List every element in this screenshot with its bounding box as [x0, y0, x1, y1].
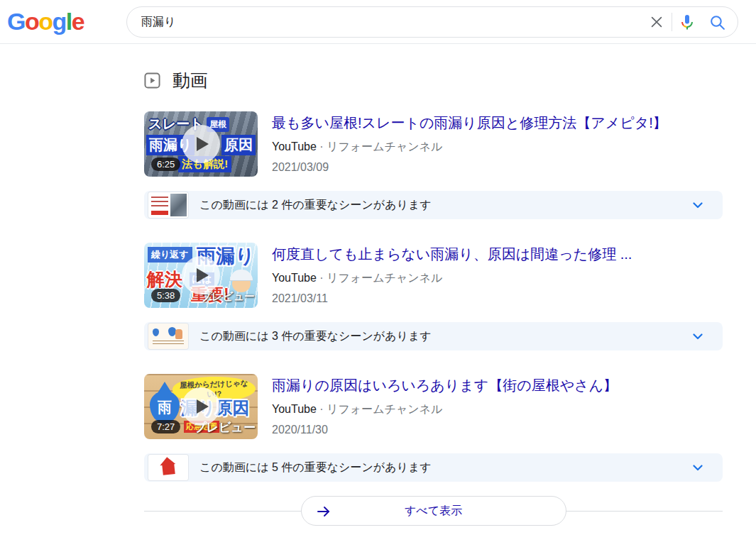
- channel-name: リフォームチャンネル: [327, 272, 442, 284]
- video-date: 2021/03/11: [272, 292, 632, 305]
- video-info: 最も多い屋根!スレートの雨漏り原因と修理方法【アメピタ!】 YouTube · …: [272, 111, 667, 177]
- video-source: YouTube · リフォームチャンネル: [272, 140, 667, 155]
- source-separator: ·: [317, 140, 327, 153]
- show-all-button[interactable]: すべて表示: [301, 496, 566, 526]
- results-area: 動画 スレート屋根 雨漏り原因 法も解説! 6:25 最も多い屋根!スレートの雨…: [144, 44, 723, 526]
- key-moments-thumbnail: [148, 192, 188, 218]
- search-bar: [126, 6, 738, 38]
- videos-section-header: 動画: [144, 44, 723, 92]
- thumbnail-detail: [153, 341, 184, 346]
- source-name: YouTube: [272, 403, 317, 415]
- chevron-down-icon[interactable]: [693, 202, 703, 209]
- video-play-icon: [144, 72, 160, 89]
- video-thumbnail[interactable]: 繰り返す 雨漏り 解決 には 重要! プレビュー 5:38: [144, 243, 258, 308]
- chevron-down-icon[interactable]: [693, 333, 703, 340]
- arrow-right-icon: [315, 503, 332, 520]
- logo-letter: o: [25, 8, 38, 35]
- video-info: 何度直しても止まらない雨漏り、原因は間違った修理 ... YouTube · リ…: [272, 243, 632, 308]
- video-duration: 5:38: [151, 289, 180, 302]
- video-info: 雨漏りの原因はいろいろあります【街の屋根やさん】 YouTube · リフォーム…: [272, 374, 618, 439]
- show-all-label: すべて表示: [405, 504, 462, 519]
- video-thumbnail[interactable]: スレート屋根 雨漏り原因 法も解説! 6:25: [144, 111, 258, 177]
- video-duration: 6:25: [151, 158, 180, 171]
- logo-letter: g: [53, 8, 66, 35]
- search-submit-button[interactable]: [702, 7, 732, 37]
- house-icon: [162, 463, 175, 475]
- section-title: 動画: [172, 69, 208, 92]
- video-title-link[interactable]: 雨漏りの原因はいろいろあります【街の屋根やさん】: [272, 376, 618, 394]
- thumbnail-detail: [170, 194, 187, 216]
- top-bar: Google: [0, 0, 756, 44]
- play-button-icon: [182, 387, 220, 426]
- video-title-link[interactable]: 何度直しても止まらない雨漏り、原因は間違った修理 ...: [272, 245, 632, 263]
- source-separator: ·: [317, 403, 327, 415]
- key-moments-bar[interactable]: この動画には 5 件の重要なシーンがあります: [144, 453, 723, 482]
- source-name: YouTube: [272, 140, 317, 153]
- search-icon: [708, 13, 726, 31]
- logo-letter: o: [38, 8, 52, 35]
- clear-search-button[interactable]: [642, 7, 672, 37]
- voice-search-button[interactable]: [672, 7, 702, 37]
- thumbnail-text: 繰り返す: [148, 247, 192, 263]
- video-result: 繰り返す 雨漏り 解決 には 重要! プレビュー 5:38 何度直しても止まらな…: [144, 243, 723, 308]
- video-title-link[interactable]: 最も多い屋根!スレートの雨漏り原因と修理方法【アメピタ!】: [272, 114, 667, 132]
- key-moments-bar[interactable]: この動画には 2 件の重要なシーンがあります: [144, 191, 723, 219]
- video-result: スレート屋根 雨漏り原因 法も解説! 6:25 最も多い屋根!スレートの雨漏り原…: [144, 111, 723, 177]
- video-date: 2020/11/30: [272, 424, 618, 436]
- logo-letter: G: [7, 8, 25, 35]
- search-input[interactable]: [127, 8, 642, 36]
- channel-name: リフォームチャンネル: [327, 403, 442, 415]
- source-name: YouTube: [272, 272, 317, 284]
- key-moments-text: この動画には 5 件の重要なシーンがあります: [199, 460, 432, 475]
- thumbnail-detail: [151, 211, 168, 215]
- key-moments-thumbnail: [148, 324, 188, 349]
- thumbnail-detail: [151, 197, 168, 209]
- play-button-icon: [182, 256, 220, 294]
- water-drop-graphic: 雨: [150, 391, 180, 424]
- channel-name: リフォームチャンネル: [327, 140, 442, 153]
- play-button-icon: [182, 125, 220, 163]
- video-source: YouTube · リフォームチャンネル: [272, 402, 618, 417]
- video-source: YouTube · リフォームチャンネル: [272, 271, 632, 286]
- thumbnail-text: 解決: [147, 267, 182, 291]
- key-moments-text: この動画には 3 件の重要なシーンがあります: [199, 329, 432, 344]
- microphone-icon: [679, 13, 696, 31]
- thumbnail-detail: [175, 329, 182, 339]
- chevron-down-icon[interactable]: [693, 465, 703, 471]
- video-result: 屋根からだけじゃない!? 雨 漏り原因 応急処置 プレビュー 7:27 雨漏りの…: [144, 374, 723, 439]
- source-separator: ·: [317, 272, 327, 284]
- google-logo[interactable]: Google: [7, 8, 84, 35]
- show-all-section: すべて表示: [144, 496, 723, 526]
- close-icon: [649, 14, 664, 30]
- video-duration: 7:27: [151, 420, 180, 433]
- thumbnail-detail: [153, 328, 159, 336]
- video-date: 2021/03/09: [272, 161, 667, 174]
- key-moments-text: この動画には 2 件の重要なシーンがあります: [199, 198, 432, 213]
- key-moments-thumbnail: [148, 455, 188, 480]
- video-thumbnail[interactable]: 屋根からだけじゃない!? 雨 漏り原因 応急処置 プレビュー 7:27: [144, 374, 258, 439]
- logo-letter: e: [72, 8, 84, 35]
- key-moments-bar[interactable]: この動画には 3 件の重要なシーンがあります: [144, 322, 723, 350]
- logo-letter: l: [66, 8, 72, 35]
